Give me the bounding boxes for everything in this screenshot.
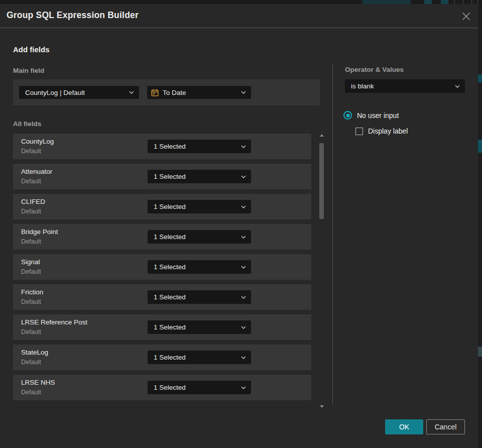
vertical-divider [332,64,333,404]
no-user-input-radio[interactable]: No user input [343,111,399,120]
radio-selected-icon[interactable] [343,111,352,120]
group-sql-expression-builder-dialog: Group SQL Expression Builder Add fields … [0,4,478,448]
field-subtitle: Default [21,178,41,185]
chevron-down-icon [241,266,246,269]
chevron-down-icon [241,386,246,389]
field-selected-dropdown[interactable]: 1 Selected [148,260,251,274]
chevron-down-icon [455,85,460,88]
field-row: LRSE NHS Default 1 Selected [13,375,311,400]
field-name: Friction [21,288,43,296]
scrollbar-thumb[interactable] [319,143,324,219]
scrollbar-up-arrow-icon[interactable] [320,134,324,137]
field-selected-dropdown-label: 1 Selected [148,263,186,271]
field-subtitle: Default [21,238,41,245]
field-name: LRSE NHS [21,379,55,386]
dialog-header: Group SQL Expression Builder [0,4,478,28]
all-fields-list: CountyLog Default 1 Selected Attenuator … [13,134,311,400]
toolbar-fragment [424,0,432,4]
field-row: CLIFED Default 1 Selected [13,194,311,219]
field-subtitle: Default [21,328,41,335]
all-fields-label: All fields [13,120,41,128]
field-row: StateLog Default 1 Selected [13,345,311,370]
toolbar-fragment [441,0,448,4]
field-selected-dropdown[interactable]: 1 Selected [148,351,251,364]
field-row: Attenuator Default 1 Selected [13,164,311,189]
date-type-dropdown-value: To Date [159,89,186,96]
background-fragment [478,140,482,153]
no-user-input-label: No user input [357,111,399,120]
scrollbar-down-arrow-icon[interactable] [320,405,324,408]
chevron-down-icon [241,175,246,178]
chevron-down-icon [241,356,246,359]
field-name: LRSE Reference Post [21,318,87,326]
field-row: LRSE Reference Post Default 1 Selected [13,314,311,340]
operator-values-heading: Operator & Values [345,66,404,73]
field-subtitle: Default [21,298,41,305]
chevron-down-icon [241,236,246,239]
field-row: CountyLog Default 1 Selected [13,134,311,159]
field-subtitle: Default [21,268,41,275]
chevron-down-icon [241,91,246,94]
field-selected-dropdown-label: 1 Selected [148,173,186,180]
background-fragment [478,74,482,82]
toolbar-separator [477,0,478,4]
toolbar-separator [471,0,472,4]
ok-button[interactable]: OK [385,419,423,434]
field-selected-dropdown[interactable]: 1 Selected [148,381,251,394]
field-row: Friction Default 1 Selected [13,284,311,310]
close-icon[interactable] [460,11,471,22]
field-name: CountyLog [21,138,54,145]
display-label-checkbox-row[interactable]: Display label [355,127,408,135]
fields-list-scrollbar[interactable] [318,134,325,408]
field-selected-dropdown[interactable]: 1 Selected [148,200,251,213]
main-field-label: Main field [13,67,44,74]
field-row: Bridge Point Default 1 Selected [13,224,311,250]
display-label-text: Display label [368,127,408,135]
field-selected-dropdown-label: 1 Selected [148,354,186,361]
field-selected-dropdown-label: 1 Selected [148,323,186,331]
field-selected-dropdown[interactable]: 1 Selected [148,140,251,153]
field-selected-dropdown[interactable]: 1 Selected [148,320,251,334]
field-selected-dropdown[interactable]: 1 Selected [148,290,251,304]
field-name: CLIFED [21,198,45,205]
chevron-down-icon [241,145,246,148]
field-selected-dropdown-label: 1 Selected [148,143,186,150]
live-view-button[interactable]: Live view [363,0,411,4]
field-subtitle: Default [21,359,41,366]
main-field-dropdown[interactable]: CountyLog | Default [19,86,139,99]
background-fragment [478,347,482,357]
chevron-down-icon [241,326,246,329]
field-name: Bridge Point [21,228,58,236]
operator-dropdown[interactable]: is blank [345,79,465,93]
field-name: StateLog [21,349,48,356]
field-subtitle: Default [21,148,41,155]
cancel-button[interactable]: Cancel [426,419,465,434]
field-selected-dropdown-label: 1 Selected [148,384,186,391]
main-field-container: CountyLog | Default To Date [13,79,320,105]
field-subtitle: Default [21,208,41,215]
dialog-title: Group SQL Expression Builder [7,10,139,21]
operator-dropdown-value: is blank [345,82,374,90]
field-selected-dropdown-label: 1 Selected [148,233,186,241]
date-type-dropdown[interactable]: To Date [147,86,251,99]
field-subtitle: Default [21,389,41,396]
field-selected-dropdown-label: 1 Selected [148,293,186,301]
toolbar-separator [463,0,463,4]
live-view-label: Live view [378,0,401,1]
field-selected-dropdown[interactable]: 1 Selected [148,170,251,183]
add-fields-heading: Add fields [13,45,50,54]
chevron-down-icon [241,205,246,208]
field-row: Signal Default 1 Selected [13,254,311,280]
toolbar-separator [454,0,455,4]
chevron-down-icon [129,91,134,94]
field-name: Attenuator [21,168,52,175]
main-field-dropdown-value: CountyLog | Default [19,89,85,96]
chevron-down-icon [241,296,246,299]
background-right-sliver [478,4,482,448]
calendar-icon [151,89,159,96]
field-name: Signal [21,258,40,266]
background-app-strip: Live view [0,0,482,4]
field-selected-dropdown-label: 1 Selected [148,203,186,210]
field-selected-dropdown[interactable]: 1 Selected [148,230,251,244]
checkbox-unchecked-icon[interactable] [355,128,363,135]
